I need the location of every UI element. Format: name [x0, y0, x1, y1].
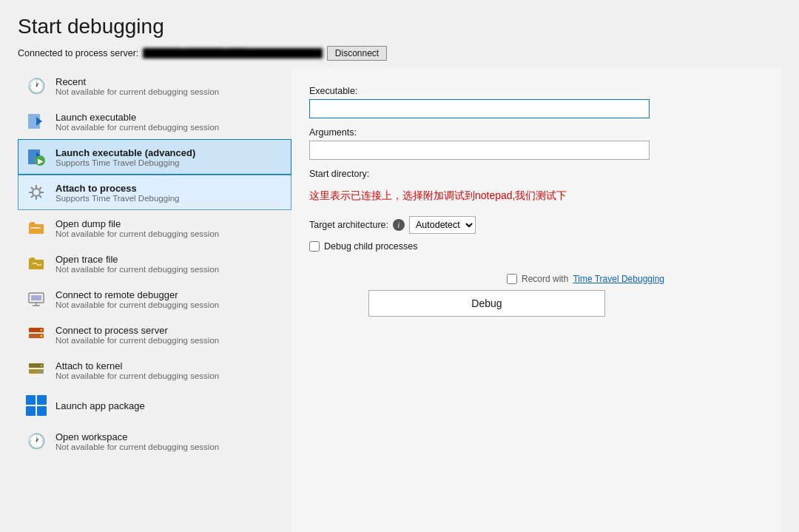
launch-icon: [24, 110, 48, 133]
menu-item-trace-subtitle: Not available for current debugging sess…: [55, 265, 283, 274]
start-dir-label: Start directory:: [309, 169, 759, 179]
menu-item-launch-advanced-subtitle: Supports Time Travel Debugging: [55, 158, 283, 167]
menu-item-trace-file[interactable]: Open trace file Not available for curren…: [18, 246, 291, 281]
svg-rect-9: [31, 295, 41, 300]
svg-point-6: [33, 189, 40, 196]
remote-icon: [24, 287, 48, 311]
svg-rect-20: [26, 395, 36, 405]
arch-label: Target architecture:: [309, 220, 388, 230]
right-panel: Executable: Arguments: Start directory: …: [291, 68, 781, 532]
menu-item-workspace[interactable]: 🕐 Open workspace Not available for curre…: [18, 423, 291, 459]
launch-advanced-icon: ▶: [24, 145, 48, 169]
annotation-text: 这里表示已连接上，选择附加调试到notepad,我们测试下: [309, 189, 759, 203]
menu-item-attach-process[interactable]: Attach to process Supports Time Travel D…: [18, 175, 291, 210]
menu-item-kernel-subtitle: Not available for current debugging sess…: [55, 371, 283, 380]
trace-folder-icon: [24, 252, 48, 275]
ttd-label: Record with: [522, 274, 568, 284]
debug-child-label: Debug child processes: [324, 241, 417, 252]
left-panel: 🕐 Recent Not available for current debug…: [18, 68, 291, 532]
menu-item-remote-debugger[interactable]: Connect to remote debugger Not available…: [18, 281, 291, 317]
server-address: ██████.██████.███, port=18888: [143, 48, 323, 58]
main-layout: 🕐 Recent Not available for current debug…: [18, 68, 781, 532]
arguments-input[interactable]: [309, 141, 650, 160]
debug-btn-row: Debug: [309, 290, 664, 317]
menu-item-launch-executable[interactable]: Launch executable Not available for curr…: [18, 104, 291, 139]
svg-point-19: [41, 371, 43, 373]
arch-row: Target architecture: i Autodetect x86 x6…: [309, 216, 759, 234]
svg-rect-7: [30, 227, 41, 229]
workspace-icon: 🕐: [24, 429, 48, 453]
disconnect-button[interactable]: Disconnect: [327, 46, 387, 61]
menu-item-dump-title: Open dump file: [55, 218, 283, 229]
menu-item-trace-title: Open trace file: [55, 254, 283, 265]
page-title: Start debugging: [18, 15, 781, 38]
connected-bar: Connected to process server: ██████.████…: [18, 46, 781, 61]
menu-item-launch-title: Launch executable: [55, 112, 283, 123]
menu-item-workspace-title: Open workspace: [55, 431, 283, 442]
clock-icon: 🕐: [24, 74, 48, 98]
executable-input[interactable]: [309, 99, 650, 118]
menu-item-launch-advanced[interactable]: ▶ Launch executable (advanced) Supports …: [18, 139, 291, 175]
gear-icon: [24, 181, 48, 204]
process-server-icon: [24, 323, 48, 346]
debug-child-checkbox[interactable]: [309, 241, 320, 252]
menu-item-attach-subtitle: Supports Time Travel Debugging: [55, 194, 283, 203]
menu-item-process-server[interactable]: Connect to process server Not available …: [18, 317, 291, 352]
connected-label: Connected to process server:: [18, 48, 138, 58]
menu-item-process-server-subtitle: Not available for current debugging sess…: [55, 336, 283, 345]
ttd-row: Record with Time Travel Debugging: [309, 274, 664, 284]
svg-point-18: [41, 365, 43, 367]
svg-point-14: [41, 329, 43, 331]
menu-item-kernel-title: Attach to kernel: [55, 360, 283, 371]
menu-item-process-server-title: Connect to process server: [55, 325, 283, 336]
menu-item-app-package-title: Launch app package: [55, 400, 283, 411]
info-icon[interactable]: i: [393, 219, 405, 231]
svg-rect-22: [26, 406, 36, 416]
menu-item-recent[interactable]: 🕐 Recent Not available for current debug…: [18, 68, 291, 104]
menu-item-launch-subtitle: Not available for current debugging sess…: [55, 123, 283, 132]
page-container: Start debugging Connected to process ser…: [0, 0, 799, 532]
menu-item-launch-advanced-title: Launch executable (advanced): [55, 147, 283, 158]
menu-item-remote-subtitle: Not available for current debugging sess…: [55, 300, 283, 309]
ttd-link[interactable]: Time Travel Debugging: [573, 274, 664, 284]
arch-select[interactable]: Autodetect x86 x64 ARM ARM64: [409, 216, 476, 234]
arguments-label: Arguments:: [309, 127, 759, 138]
svg-text:▶: ▶: [38, 157, 44, 165]
menu-item-dump-subtitle: Not available for current debugging sess…: [55, 229, 283, 238]
menu-item-dump-file[interactable]: Open dump file Not available for current…: [18, 210, 291, 246]
ttd-checkbox[interactable]: [507, 274, 517, 284]
menu-item-app-package[interactable]: Launch app package: [18, 388, 291, 423]
svg-rect-23: [37, 406, 47, 416]
appx-icon: [24, 394, 48, 417]
kernel-icon: [24, 358, 48, 382]
menu-item-workspace-subtitle: Not available for current debugging sess…: [55, 442, 283, 451]
svg-point-15: [41, 335, 43, 337]
svg-rect-21: [37, 395, 47, 405]
menu-item-attach-title: Attach to process: [55, 183, 283, 194]
debug-child-row: Debug child processes: [309, 241, 759, 252]
dump-folder-icon: [24, 216, 48, 240]
debug-button[interactable]: Debug: [368, 290, 605, 317]
menu-item-recent-title: Recent: [55, 76, 283, 87]
menu-item-recent-subtitle: Not available for current debugging sess…: [55, 87, 283, 96]
executable-label: Executable:: [309, 86, 759, 96]
menu-item-remote-title: Connect to remote debugger: [55, 289, 283, 300]
menu-item-kernel[interactable]: Attach to kernel Not available for curre…: [18, 352, 291, 388]
